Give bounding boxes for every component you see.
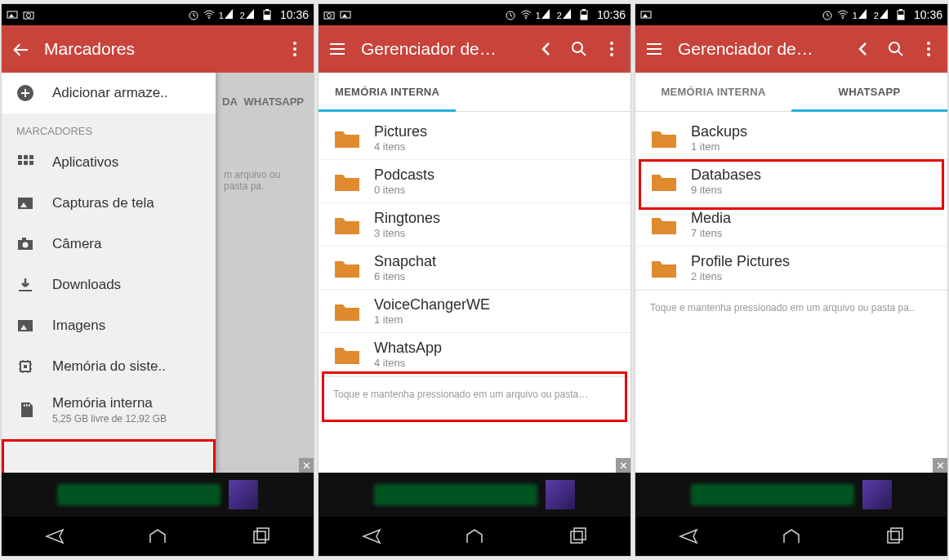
svg-marker-7 [246, 9, 254, 19]
sd-card-icon [16, 401, 34, 419]
search-icon[interactable] [570, 40, 588, 58]
nav-back-icon[interactable] [359, 527, 383, 546]
sidebar-item-sub: 5,25 GB livre de 12,92 GB [52, 413, 167, 424]
folder-name: Backups [691, 123, 747, 140]
sidebar-item-screenshots[interactable]: Capturas de tela [2, 183, 216, 224]
search-icon[interactable] [887, 40, 905, 58]
ad-banner[interactable]: ✕ [635, 473, 947, 517]
drawer-scrim[interactable]: DAWHATSAPP m arquivo ou pasta pa. [216, 73, 314, 473]
tabs: MEMÓRIA INTERNA WHATSAPP [635, 73, 947, 112]
svg-marker-57 [858, 9, 867, 19]
alarm-icon [822, 9, 833, 20]
nav-drawer: Adicionar armaze.. MARCADORES Aplicativo… [2, 73, 216, 473]
folder-icon [333, 213, 361, 236]
tab-internal[interactable]: MEMÓRIA INTERNA [319, 73, 456, 111]
svg-rect-52 [574, 528, 586, 540]
svg-point-24 [23, 242, 29, 248]
svg-rect-31 [24, 404, 25, 407]
folder-name: Pictures [374, 123, 427, 140]
alarm-icon [188, 9, 199, 20]
image-icon [640, 9, 652, 20]
sidebar-item-apps[interactable]: Aplicativos [2, 142, 216, 183]
tab-whatsapp[interactable]: WHATSAPP [791, 73, 947, 111]
nav-back-icon[interactable] [675, 527, 700, 546]
sidebar-item-internal-memory[interactable]: Memória interna 5,25 GB livre de 12,92 G… [2, 387, 216, 434]
svg-rect-18 [18, 161, 22, 165]
svg-rect-15 [18, 155, 22, 159]
back-arrow-icon[interactable] [11, 40, 29, 58]
folder-icon [650, 170, 678, 193]
nav-home-icon[interactable] [779, 527, 804, 546]
folder-pictures[interactable]: Pictures4 itens [319, 117, 630, 160]
nav-home-icon[interactable] [462, 527, 487, 546]
folder-snapchat[interactable]: Snapchat6 itens [319, 247, 630, 290]
menu-icon[interactable] [645, 40, 663, 58]
nav-back-icon[interactable] [42, 527, 66, 546]
sidebar-item-system-memory[interactable]: Memória do siste.. [2, 346, 216, 387]
folder-podcasts[interactable]: Podcasts0 itens [319, 160, 630, 203]
nav-bar [635, 517, 947, 556]
folder-whatsapp[interactable]: WhatsApp4 itens [319, 333, 630, 376]
folder-meta: 2 itens [691, 270, 790, 282]
status-bar: 1 2 10:36 [2, 4, 314, 25]
overflow-icon[interactable] [603, 40, 621, 58]
nav-recent-icon[interactable] [566, 527, 590, 546]
battery-icon [578, 9, 590, 20]
menu-icon[interactable] [328, 40, 346, 58]
ad-close-icon[interactable]: ✕ [933, 458, 947, 473]
svg-rect-10 [265, 9, 269, 11]
overflow-icon[interactable] [920, 40, 938, 58]
tab-label: MEMÓRIA INTERNA [335, 86, 439, 98]
folder-backups[interactable]: Backups1 item [635, 117, 947, 160]
folder-voicechanger[interactable]: VoiceChangerWE1 item [319, 290, 630, 333]
chevron-left-icon[interactable] [537, 40, 555, 58]
svg-rect-51 [571, 531, 582, 543]
sidebar-item-downloads[interactable]: Downloads [2, 264, 216, 305]
svg-rect-45 [581, 15, 587, 20]
nav-home-icon[interactable] [145, 527, 170, 546]
chevron-left-icon[interactable] [854, 40, 872, 58]
picture-icon [16, 194, 34, 212]
sidebar-item-images[interactable]: Imagens [2, 305, 216, 346]
folder-icon [333, 300, 361, 322]
ad-banner[interactable]: ✕ [2, 473, 314, 517]
svg-point-11 [293, 42, 296, 45]
folder-meta: 1 item [691, 140, 747, 153]
folder-media[interactable]: Media7 itens [635, 203, 947, 247]
ad-close-icon[interactable]: ✕ [616, 458, 630, 473]
overflow-icon[interactable] [286, 40, 304, 58]
sim-1: 1 [536, 9, 553, 20]
image-icon [340, 9, 351, 20]
folder-icon [650, 213, 678, 236]
nav-bar [319, 517, 630, 556]
folder-name: Podcasts [374, 167, 434, 184]
bg-tab-2: WHATSAPP [244, 96, 304, 108]
sidebar-item-label: Aplicativos [52, 154, 118, 171]
folder-ringtones[interactable]: Ringtones3 itens [319, 203, 630, 247]
ad-close-icon[interactable]: ✕ [299, 458, 314, 473]
clock: 10:36 [280, 8, 309, 21]
sidebar-item-label: Memória interna [52, 395, 167, 411]
chip-icon [16, 358, 34, 376]
svg-rect-20 [29, 161, 33, 165]
svg-rect-61 [899, 9, 902, 11]
nav-recent-icon[interactable] [249, 527, 274, 546]
add-storage[interactable]: Adicionar armaze.. [2, 73, 216, 113]
svg-point-12 [293, 47, 296, 51]
svg-rect-60 [898, 15, 904, 20]
folder-icon [333, 343, 361, 366]
ad-banner[interactable]: ✕ [319, 473, 630, 517]
svg-point-5 [208, 17, 210, 19]
svg-rect-34 [254, 531, 265, 543]
folder-databases[interactable]: Databases9 itens [635, 160, 947, 203]
nav-recent-icon[interactable] [883, 527, 907, 546]
folder-name: VoiceChangerWE [374, 296, 490, 313]
sidebar-item-label: Capturas de tela [52, 195, 154, 211]
tab-internal[interactable]: MEMÓRIA INTERNA [635, 73, 791, 111]
app-bar: Marcadores [2, 25, 314, 73]
folder-name: Ringtones [374, 210, 440, 227]
folder-icon [650, 256, 678, 279]
sidebar-item-camera[interactable]: Câmera [2, 224, 216, 264]
folder-profile-pictures[interactable]: Profile Pictures2 itens [635, 247, 947, 290]
svg-rect-25 [22, 238, 26, 240]
